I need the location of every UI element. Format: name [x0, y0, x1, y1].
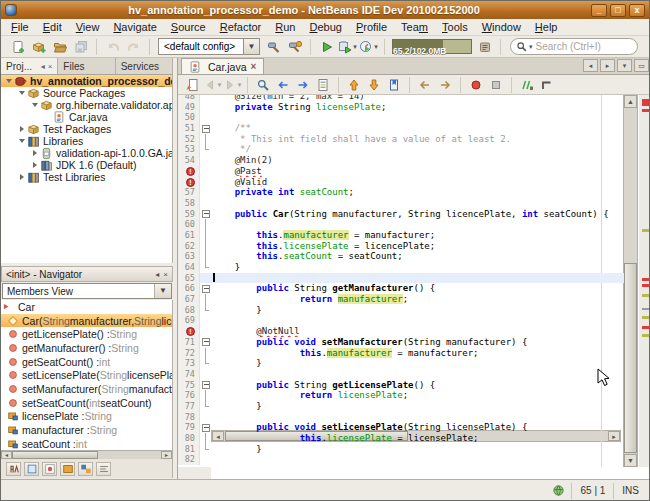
code-fold-icon[interactable] — [200, 422, 211, 433]
maximize-window-button[interactable]: ▭ — [634, 59, 649, 72]
sort-alpha-button[interactable] — [6, 462, 21, 476]
navigator-root[interactable]: Car — [1, 300, 172, 314]
navigator-member[interactable]: seatCount : int — [1, 437, 172, 450]
explorer-tab-files[interactable]: Files — [58, 58, 115, 74]
expander-icon[interactable] — [30, 100, 40, 110]
code-area[interactable]: 48 @Size(min = 2, max = 14)49 private St… — [178, 95, 624, 467]
warn-stripe-mark[interactable] — [642, 294, 650, 297]
code-line[interactable]: 81 } — [178, 444, 624, 455]
navigator-member[interactable]: manufacturer : String — [1, 423, 172, 437]
menu-source[interactable]: Source — [164, 20, 213, 34]
show-inherited-button[interactable] — [24, 462, 39, 476]
shift-right-button[interactable] — [435, 76, 455, 94]
run-button[interactable] — [316, 37, 337, 57]
chevron-down-icon[interactable]: ▾ — [238, 81, 242, 89]
menu-help[interactable]: Help — [528, 20, 565, 34]
garbage-collect-button[interactable] — [474, 37, 495, 57]
scrollbar-thumb[interactable] — [624, 263, 637, 453]
find-next-button[interactable] — [293, 76, 313, 94]
tree-item[interactable]: Test Libraries — [1, 171, 172, 183]
scroll-right-icon[interactable]: ▸ — [161, 451, 172, 459]
code-fold-icon[interactable] — [200, 123, 211, 134]
scroll-up-icon[interactable]: ▲ — [624, 95, 637, 108]
menu-view[interactable]: View — [69, 20, 107, 34]
code-line[interactable]: ! @Valid — [178, 177, 624, 188]
tree-item[interactable]: org.hibernate.validator.ap.demo — [1, 99, 172, 111]
code-fold-icon[interactable] — [200, 283, 211, 294]
tree-item[interactable]: Car.java — [1, 111, 172, 123]
tree-item[interactable]: hv_annotation_processor_demo — [1, 75, 172, 87]
code-line[interactable]: 76 return licensePlate; — [178, 390, 624, 401]
error-stripe-mark[interactable] — [642, 278, 650, 281]
open-project-button[interactable] — [49, 37, 70, 57]
sort-source-button[interactable] — [96, 462, 111, 476]
chevron-down-icon[interactable]: ▾ — [529, 43, 533, 51]
code-line[interactable]: 59 public Car(String manufacturer, Strin… — [178, 209, 624, 220]
navigator-view-select[interactable]: Members View ▼ — [2, 283, 172, 299]
navigator-member[interactable]: getSeatCount() : int — [1, 355, 172, 369]
code-line[interactable]: 68 } — [178, 305, 624, 316]
error-stripe[interactable] — [639, 95, 650, 467]
code-line[interactable]: 63 this.seatCount = seatCount; — [178, 251, 624, 262]
code-line[interactable]: 71 public void setManufacturer(String ma… — [178, 337, 624, 348]
expander-icon[interactable] — [30, 162, 40, 168]
find-previous-button[interactable] — [273, 76, 293, 94]
code-line[interactable]: 77 } — [178, 401, 624, 412]
menu-debug[interactable]: Debug — [302, 20, 348, 34]
clean-build-button[interactable] — [284, 37, 305, 57]
chevron-down-icon[interactable]: ▼ — [244, 38, 260, 55]
minimize-button[interactable]: _ — [591, 4, 607, 17]
tab-car-java[interactable]: Car.java × — [181, 58, 264, 74]
show-fields-button[interactable] — [42, 462, 57, 476]
code-line[interactable]: 53 */ — [178, 144, 624, 155]
code-line[interactable]: 74 — [178, 369, 624, 380]
error-stripe-mark[interactable] — [642, 284, 650, 287]
tab-scroll-right-button[interactable]: ▸ — [600, 59, 615, 72]
toggle-bookmark-button[interactable] — [384, 76, 404, 94]
code-line[interactable]: 48 @Size(min = 2, max = 14) — [178, 95, 624, 102]
debug-button[interactable]: ▾ — [337, 37, 358, 57]
code-line[interactable]: 80 this.licensePlate = licensePlate; — [178, 433, 624, 444]
expander-icon[interactable] — [17, 174, 27, 180]
code-fold-icon[interactable] — [200, 209, 211, 220]
code-line[interactable]: 60 — [178, 219, 624, 230]
warn-stripe-mark[interactable] — [642, 334, 650, 337]
code-line[interactable]: ! @Past — [178, 166, 624, 177]
search-box[interactable]: ▾ — [510, 38, 638, 55]
warn-stripe-mark[interactable] — [642, 229, 650, 232]
code-line[interactable]: ! @NotNull — [178, 326, 624, 337]
scroll-down-icon[interactable]: ▼ — [624, 454, 637, 467]
tab-scroll-left-button[interactable]: ◂ — [583, 59, 598, 72]
code-line[interactable]: 73 } — [178, 358, 624, 369]
code-line[interactable]: 64 } — [178, 262, 624, 273]
build-button[interactable] — [263, 37, 284, 57]
opened-documents-list-button[interactable]: ▾ — [617, 59, 632, 72]
navigator-member[interactable]: getManufacturer() : String — [1, 341, 172, 355]
code-line[interactable]: 57 private int seatCount; — [178, 187, 624, 198]
comment-button[interactable] — [517, 76, 537, 94]
chevron-down-icon[interactable]: ▼ — [154, 284, 171, 298]
profile-button[interactable]: ▾ — [358, 37, 379, 57]
search-input[interactable] — [536, 41, 632, 52]
title-bar[interactable]: hv_annotation_processor_demo - NetBeans … — [1, 1, 649, 19]
navigator-member[interactable]: Car(String manufacturer, String licenc — [1, 314, 172, 328]
menu-tools[interactable]: Tools — [435, 20, 475, 34]
code-line[interactable]: 49 private String licensePlate; — [178, 102, 624, 113]
expander-icon[interactable] — [17, 136, 27, 146]
stop-macro-button[interactable] — [486, 76, 506, 94]
code-line[interactable]: 54 @Min(2) — [178, 155, 624, 166]
error-stripe-mark[interactable] — [642, 109, 650, 112]
close-icon[interactable]: × — [48, 62, 53, 71]
uncomment-button[interactable] — [537, 76, 557, 94]
expander-icon[interactable] — [17, 88, 27, 98]
code-line[interactable]: 82 — [178, 454, 624, 465]
code-line[interactable]: 78 — [178, 412, 624, 423]
chevron-down-icon[interactable]: ▾ — [374, 43, 378, 51]
menu-run[interactable]: Run — [268, 20, 302, 34]
expander-icon[interactable] — [4, 76, 14, 86]
code-line[interactable]: 69 — [178, 315, 624, 326]
code-line[interactable]: 75 public String getLicensePlate() { — [178, 380, 624, 391]
show-static-button[interactable] — [60, 462, 75, 476]
memory-indicator[interactable]: 65.2/102.0MB — [392, 39, 472, 54]
code-line[interactable]: 52 * This int field shall have a value o… — [178, 134, 624, 145]
